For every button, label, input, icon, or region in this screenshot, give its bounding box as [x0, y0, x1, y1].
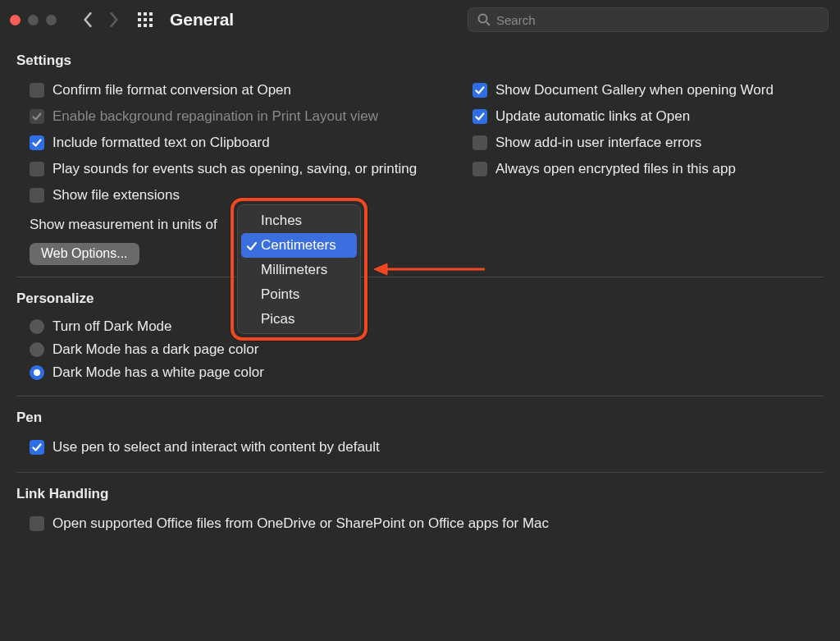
settings-row[interactable]: Play sounds for events such as opening, …: [30, 156, 459, 182]
settings-label: Confirm file format conversion at Open: [52, 82, 291, 98]
titlebar: General: [0, 0, 840, 39]
link-handling-label: Open supported Office files from OneDriv…: [52, 515, 549, 532]
units-menu-item[interactable]: Picas: [241, 307, 357, 332]
link-handling-head: Link Handling: [16, 486, 824, 502]
svg-rect-6: [138, 24, 141, 27]
settings-section: Settings Confirm file format conversion …: [16, 43, 824, 265]
show-all-icon[interactable]: [135, 10, 155, 30]
window-title: General: [170, 10, 234, 30]
settings-row: Enable background repagination in Print …: [30, 103, 459, 130]
link-handling-section: Link Handling Open supported Office file…: [16, 472, 824, 537]
svg-rect-2: [149, 12, 153, 16]
settings-label: Show add-in user interface errors: [495, 135, 701, 151]
settings-head: Settings: [16, 53, 824, 69]
content: Settings Confirm file format conversion …: [0, 39, 840, 553]
checkbox-icon[interactable]: [30, 83, 44, 98]
units-menu-item[interactable]: Millimeters: [241, 258, 357, 282]
svg-rect-4: [144, 18, 147, 21]
personalize-row[interactable]: Turn off Dark Mode: [30, 315, 824, 338]
checkbox-icon: [30, 109, 44, 124]
minimize-window-icon[interactable]: [28, 15, 39, 25]
checkbox-icon[interactable]: [30, 162, 44, 176]
radio-icon[interactable]: [30, 365, 44, 380]
checkbox-icon[interactable]: [30, 516, 44, 531]
svg-rect-3: [138, 18, 141, 21]
personalize-label: Dark Mode has a white page color: [52, 364, 264, 381]
back-button[interactable]: [78, 10, 98, 30]
settings-right-column: Show Document Gallery when opening WordU…: [459, 77, 824, 208]
forward-button[interactable]: [104, 10, 124, 30]
personalize-head: Personalize: [16, 291, 824, 307]
settings-label: Include formatted text on Clipboard: [52, 135, 270, 151]
svg-rect-1: [144, 12, 147, 16]
svg-line-10: [486, 22, 490, 25]
units-menu-item[interactable]: Points: [241, 282, 357, 307]
personalize-section: Personalize Turn off Dark ModeDark Mode …: [16, 277, 824, 384]
svg-rect-8: [149, 24, 153, 27]
settings-row[interactable]: Confirm file format conversion at Open: [30, 77, 459, 103]
units-menu-item[interactable]: Inches: [241, 208, 357, 233]
personalize-label: Dark Mode has a dark page color: [52, 341, 258, 358]
settings-row[interactable]: Show add-in user interface errors: [472, 130, 824, 156]
checkbox-icon[interactable]: [472, 162, 487, 176]
units-menu-label: Centimeters: [261, 237, 336, 254]
personalize-label: Turn off Dark Mode: [52, 318, 172, 335]
measurement-label: Show measurement in units of: [30, 217, 217, 233]
units-menu[interactable]: InchesCentimetersMillimetersPointsPicas: [237, 204, 361, 334]
checkbox-icon[interactable]: [30, 188, 44, 203]
units-menu-wrap: InchesCentimetersMillimetersPointsPicas: [231, 198, 368, 341]
units-menu-label: Points: [261, 286, 299, 303]
svg-rect-5: [149, 18, 153, 21]
personalize-row[interactable]: Dark Mode has a white page color: [30, 361, 824, 384]
pen-head: Pen: [16, 410, 824, 426]
settings-row[interactable]: Show Document Gallery when opening Word: [472, 77, 824, 103]
pen-row[interactable]: Use pen to select and interact with cont…: [30, 434, 824, 460]
search-icon: [477, 13, 491, 26]
settings-label: Enable background repagination in Print …: [52, 108, 378, 125]
measurement-row: Show measurement in units of: [30, 212, 824, 238]
settings-label: Show file extensions: [52, 187, 180, 204]
radio-icon[interactable]: [30, 342, 44, 357]
pen-label: Use pen to select and interact with cont…: [52, 439, 380, 456]
zoom-window-icon[interactable]: [46, 15, 57, 25]
personalize-row[interactable]: Dark Mode has a dark page color: [30, 338, 824, 361]
settings-label: Play sounds for events such as opening, …: [52, 161, 417, 177]
settings-left-column: Confirm file format conversion at OpenEn…: [16, 77, 459, 208]
svg-rect-0: [138, 12, 141, 16]
settings-label: Always open encrypted files in this app: [495, 161, 736, 177]
svg-rect-7: [144, 24, 147, 27]
close-window-icon[interactable]: [10, 15, 21, 25]
window-traffic-lights: [10, 15, 57, 25]
pen-section: Pen Use pen to select and interact with …: [16, 396, 824, 460]
settings-row[interactable]: Include formatted text on Clipboard: [30, 130, 459, 156]
units-menu-item[interactable]: Centimeters: [241, 233, 357, 258]
radio-icon[interactable]: [30, 319, 44, 334]
units-menu-label: Picas: [261, 311, 295, 327]
search-wrap: [468, 7, 829, 32]
web-options-button[interactable]: Web Options...: [30, 243, 139, 265]
checkbox-icon[interactable]: [30, 135, 44, 150]
checkbox-icon[interactable]: [472, 135, 487, 150]
checkbox-icon[interactable]: [472, 83, 487, 98]
checkbox-icon[interactable]: [30, 440, 44, 455]
settings-label: Show Document Gallery when opening Word: [495, 82, 774, 98]
settings-row[interactable]: Update automatic links at Open: [472, 103, 824, 130]
search-input[interactable]: [468, 7, 829, 32]
checkmark-icon: [246, 240, 258, 251]
settings-label: Update automatic links at Open: [495, 108, 690, 125]
settings-row[interactable]: Always open encrypted files in this app: [472, 156, 824, 182]
svg-point-9: [479, 15, 487, 23]
units-menu-label: Millimeters: [261, 262, 327, 278]
link-handling-row[interactable]: Open supported Office files from OneDriv…: [30, 511, 824, 537]
units-menu-label: Inches: [261, 213, 302, 229]
checkbox-icon[interactable]: [472, 109, 487, 124]
